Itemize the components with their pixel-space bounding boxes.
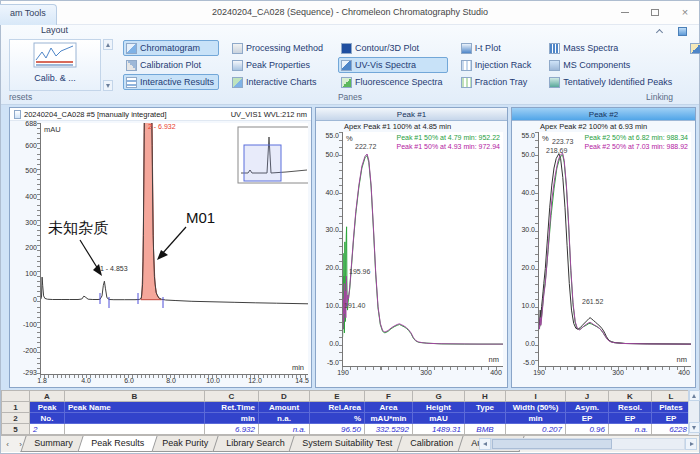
scroll-left-icon[interactable] [479, 438, 491, 450]
header-cell: Rel.Area [310, 402, 365, 413]
x-unit-label: nm [677, 355, 687, 364]
column-letter[interactable]: A [30, 391, 65, 402]
row-number[interactable]: 2 [2, 413, 30, 424]
fluorescence-spectra-icon [341, 77, 352, 88]
impurity-annotation: 未知杂质 [48, 219, 108, 238]
button-label: Processing Method [246, 43, 323, 53]
peak2-header[interactable]: Peak #2 [512, 108, 695, 121]
button-label: Mass Spectra [563, 43, 618, 53]
column-letter[interactable]: E [310, 391, 365, 402]
close-button[interactable]: × [677, 5, 693, 19]
ms-autofilters-button[interactable]: MS AutoFilters [687, 40, 700, 56]
cell-height[interactable]: 1489.31 [413, 424, 465, 435]
chromatogram-title: 20240204_CA028 #5 [manually integrated] [24, 110, 167, 119]
minimize-icon [621, 12, 629, 13]
mass-spectra-button[interactable]: Mass Spectra [546, 40, 677, 56]
cell-area[interactable]: 332.5292 [365, 424, 413, 435]
ribbon-options-icon[interactable] [678, 27, 687, 36]
peak-properties-button[interactable]: Peak Properties [229, 57, 328, 73]
tentatively-identified-peaks-icon [549, 77, 560, 88]
cell-type[interactable]: BMB [465, 424, 506, 435]
results-grid[interactable]: A B C D E F G H I J K L 1 Peak Peak Name… [1, 390, 699, 435]
row-number[interactable]: 5 [2, 424, 30, 435]
fraction-tray-button[interactable]: Fraction Tray [458, 74, 537, 90]
ms-components-button[interactable]: MS Components [546, 57, 677, 73]
column-letter[interactable]: F [365, 391, 413, 402]
cell-width-50[interactable]: 0.207 [506, 424, 566, 435]
cell-peak-name[interactable] [65, 424, 205, 435]
cell-peak-no[interactable]: 2 [30, 424, 65, 435]
processing-method-button[interactable]: Processing Method [229, 40, 328, 56]
scroll-right-icon[interactable] [685, 438, 697, 450]
scrollbar-thumb[interactable] [492, 439, 612, 449]
grid-corner[interactable] [2, 391, 30, 402]
column-letter[interactable]: D [259, 391, 310, 402]
cell-asym[interactable]: 0.96 [566, 424, 609, 435]
fluorescence-spectra-button[interactable]: Fluorescence Spectra [338, 74, 448, 90]
tab-peak-purity[interactable]: Peak Purity [148, 436, 221, 452]
cell-resol[interactable]: n.a. [609, 424, 652, 435]
button-label: Fraction Tray [475, 77, 528, 87]
cell-ret-time[interactable]: 6.932 [205, 424, 259, 435]
horizontal-scrollbar[interactable] [479, 438, 697, 450]
cell-amount[interactable]: n.a. [259, 424, 310, 435]
peak1-panel[interactable]: Peak #1 Apex Peak #1 100% at 4.85 min % … [315, 107, 508, 388]
column-letter[interactable]: H [465, 391, 506, 402]
preset-scrollbar[interactable] [103, 39, 113, 91]
i-t-plot-button[interactable]: I-t Plot [458, 40, 537, 56]
column-letter[interactable]: I [506, 391, 566, 402]
peak2-spectrum-plot[interactable] [538, 132, 691, 367]
column-letter[interactable]: L [652, 391, 691, 402]
header-cell: % [310, 413, 365, 424]
collapse-ribbon-button[interactable] [657, 27, 665, 35]
column-letter[interactable]: G [413, 391, 465, 402]
tick-label: 100 [11, 270, 37, 277]
peak2-panel[interactable]: Peak #2 Apex Peak #2 100% at 6.93 min % … [511, 107, 696, 388]
tick-label: 55.0 [317, 132, 339, 139]
scroll-down-icon[interactable] [689, 422, 700, 433]
header-cell: min [506, 413, 566, 424]
y-unit-label: mAU [44, 125, 61, 134]
column-letter[interactable]: B [65, 391, 205, 402]
peak1-header[interactable]: Peak #1 [316, 108, 507, 121]
cell-rel-area[interactable]: 96.50 [310, 424, 365, 435]
chromatogram-button[interactable]: Chromatogram [123, 40, 219, 56]
tab-summary[interactable]: Summary [20, 436, 86, 452]
interactive-charts-button[interactable]: Interactive Charts [229, 74, 328, 90]
row-number[interactable]: 1 [2, 402, 30, 413]
chromatogram-plot[interactable] [40, 123, 308, 375]
header-cell: Peak Name [65, 402, 205, 413]
table-vertical-scrollbar[interactable] [688, 390, 699, 435]
tab-system-suitability-test[interactable]: System Suitability Test [289, 436, 406, 452]
sheet-tab-strip: ‹ › Summary Peak Results Peak Purity Lib… [1, 435, 699, 452]
contour-3d-plot-button[interactable]: Contour/3D Plot [338, 40, 448, 56]
tentatively-identified-peaks-button[interactable]: Tentatively Identified Peaks [546, 74, 677, 90]
uv-vis-spectra-button[interactable]: UV-Vis Spectra [338, 57, 448, 73]
tab-library-search[interactable]: Library Search [212, 436, 298, 452]
interactive-results-button[interactable]: Interactive Results [123, 74, 219, 90]
chromatogram-panel[interactable]: 20240204_CA028 #5 [manually integrated] … [9, 107, 312, 388]
overview-zoom-rect[interactable] [244, 145, 281, 181]
column-letter[interactable]: J [566, 391, 609, 402]
calibration-plot-button[interactable]: Calibration Plot [123, 57, 219, 73]
column-letter[interactable]: C [205, 391, 259, 402]
peak1-spectrum-plot[interactable] [342, 132, 503, 367]
cell-plates[interactable]: 6228 [652, 424, 691, 435]
peak-data-row[interactable]: 5 2 6.932 n.a. 96.50 332.5292 1489.31 BM… [2, 424, 691, 435]
injection-rack-button[interactable]: Injection Rack [458, 57, 537, 73]
tab-peak-results[interactable]: Peak Results [77, 436, 157, 452]
minimize-button[interactable] [617, 5, 633, 19]
tick-label: -200 [11, 347, 37, 354]
preset-scroll-down-icon[interactable] [103, 80, 113, 91]
restore-button[interactable] [647, 5, 663, 19]
tabs-scroll-left-button[interactable]: ‹ [1, 436, 14, 452]
column-letter[interactable]: K [609, 391, 652, 402]
tick-label: 10.0 [317, 302, 339, 309]
scroll-up-icon[interactable] [689, 390, 700, 401]
preset-scroll-up-icon[interactable] [103, 39, 113, 50]
ribbon-tab-layout[interactable]: Layout [1, 25, 699, 38]
preset-calib-tile[interactable]: Calib. & ... [9, 39, 101, 91]
tab-calibration[interactable]: Calibration [396, 436, 466, 452]
header-cell: EP [652, 413, 691, 424]
header-row-1: 1 Peak Peak Name Ret.Time Amount Rel.Are… [2, 402, 691, 413]
